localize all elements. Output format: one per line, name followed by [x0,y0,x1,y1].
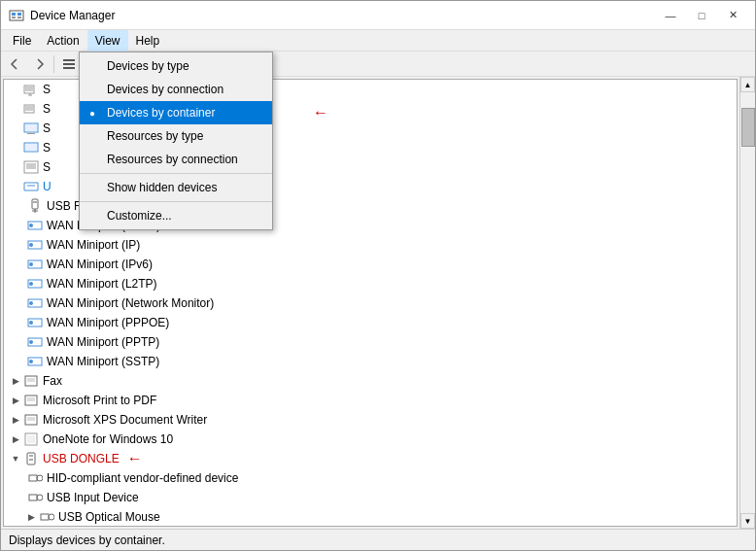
expand-icon[interactable] [8,82,23,97]
tree-item[interactable]: ▶ Microsoft Print to PDF [4,391,737,410]
dropdown-item-label: Devices by connection [107,83,223,96]
expand-icon[interactable]: ▶ [8,412,23,428]
svg-rect-2 [17,13,21,16]
forward-button[interactable] [28,53,50,75]
svg-point-32 [29,321,33,325]
expand-icon[interactable]: ▶ [8,431,23,447]
svg-rect-16 [25,144,37,151]
scroll-up-button[interactable]: ▲ [740,77,755,92]
svg-point-28 [29,282,33,286]
red-arrow-indicator: ← [313,104,328,121]
tree-item-label: HID-compliant vendor-defined device [47,471,238,485]
svg-rect-6 [63,63,75,65]
dropdown-item-label: Customize... [107,209,172,223]
tree-item[interactable]: WAN Miniport (PPTP) [4,332,737,352]
view-show-hidden[interactable]: Show hidden devices [80,176,272,199]
separator-2 [80,201,272,202]
svg-rect-47 [29,459,33,461]
svg-rect-5 [63,59,75,61]
tree-item-label: Microsoft Print to PDF [43,394,156,407]
window-title: Device Manager [30,9,115,22]
svg-point-36 [29,360,33,363]
svg-rect-13 [25,124,37,131]
svg-rect-20 [33,201,37,203]
menu-view[interactable]: View [87,30,128,52]
tree-item[interactable]: ▶ Microsoft XPS Document Writer [4,410,737,430]
device-manager-window: Device Manager — □ ✕ File Action View He… [0,0,756,551]
expand-icon[interactable]: ▼ [8,451,23,466]
svg-rect-9 [25,86,33,91]
expand-icon[interactable] [8,121,23,136]
svg-point-30 [29,301,33,305]
tree-item-label: WAN Miniport (Network Monitor) [47,296,214,310]
scroll-track[interactable] [740,92,755,513]
dropdown-item-label: Devices by type [107,59,189,73]
scroll-down-button[interactable]: ▼ [740,513,755,529]
menu-help[interactable]: Help [128,30,168,52]
tree-item[interactable]: ▶ USB Optical Mouse [4,507,737,527]
close-button[interactable]: ✕ [718,6,747,25]
device-icon [23,451,39,466]
device-icon [27,198,43,214]
scroll-thumb[interactable] [741,108,755,147]
svg-rect-50 [29,495,37,500]
dropdown-item-label: Devices by container [107,106,215,120]
maximize-button[interactable]: □ [687,6,716,25]
tree-item[interactable]: WAN Miniport (SSTP) [4,352,737,371]
tree-item[interactable]: HID-compliant vendor-defined device [4,468,737,488]
dropdown-item-label: Resources by type [107,129,203,143]
tree-item-label: OneNote for Windows 10 [43,432,173,446]
expand-icon[interactable]: ▶ [8,373,23,389]
tree-item[interactable]: WAN Miniport (PPPOE) [4,313,737,332]
device-icon [23,179,39,194]
menu-bar: File Action View Help Devices by type De… [1,30,755,52]
menu-file[interactable]: File [5,30,39,52]
expand-icon[interactable]: ▶ [8,393,23,408]
title-bar: Device Manager — □ ✕ [1,1,755,30]
title-bar-controls: — □ ✕ [656,6,747,25]
device-icon [23,140,39,155]
menu-action[interactable]: Action [39,30,86,52]
tree-item-label: WAN Miniport (IP) [47,238,140,252]
expand-icon[interactable] [8,179,23,194]
tree-item[interactable]: WAN Miniport (Network Monitor) [4,293,737,313]
tree-item-label: S [43,83,51,96]
vertical-scrollbar[interactable]: ▲ ▼ [739,77,755,529]
back-button[interactable] [5,53,26,75]
device-icon [39,509,54,525]
view-devices-by-connection[interactable]: Devices by connection [80,78,272,101]
svg-rect-52 [41,514,49,520]
svg-rect-11 [25,106,33,111]
minimize-button[interactable]: — [656,6,685,25]
tree-item-label: USB Optical Mouse [58,510,160,524]
svg-rect-14 [27,133,35,134]
expand-icon[interactable] [8,140,23,155]
tree-item-usb-dongle[interactable]: ▼ USB DONGLE ← [4,449,737,468]
device-icon [23,431,39,447]
tree-item[interactable]: WAN Miniport (IP) [4,235,737,255]
svg-point-26 [29,262,33,266]
tree-item[interactable]: WAN Miniport (L2TP) [4,274,737,293]
view-devices-by-type[interactable]: Devices by type [80,54,272,78]
title-bar-left: Device Manager [9,8,115,23]
tree-item[interactable]: ▶ Fax [4,371,737,391]
status-text: Displays devices by container. [9,534,165,547]
device-icon [27,490,43,505]
usb-dongle-arrow: ← [127,450,143,467]
tree-item[interactable]: ▶ OneNote for Windows 10 [4,430,737,449]
svg-point-22 [29,224,33,227]
view-customize[interactable]: Customize... [80,204,272,227]
tree-item[interactable]: USB Input Device [4,488,737,507]
view-devices-by-container[interactable]: ● Devices by container ← [80,101,272,124]
tree-item[interactable]: WAN Miniport (IPv6) [4,255,737,274]
device-icon [27,295,43,311]
tree-item-label: Microsoft XPS Document Writer [43,413,207,427]
expand-icon[interactable] [8,101,23,117]
expand-icon[interactable]: ▶ [23,509,39,525]
view-button[interactable] [58,53,80,75]
device-icon [27,218,43,233]
expand-icon[interactable] [8,159,23,175]
view-resources-by-type[interactable]: Resources by type [80,124,272,148]
view-resources-by-connection[interactable]: Resources by connection [80,148,272,171]
device-icon [23,82,39,97]
